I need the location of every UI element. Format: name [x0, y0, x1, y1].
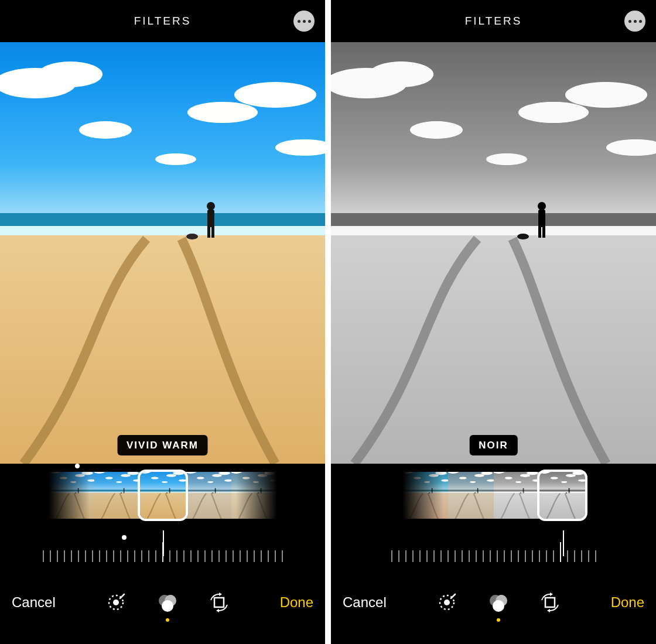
- crop-tool-button[interactable]: [207, 590, 231, 615]
- photo-editor-screen: FILTERS NOIR: [331, 0, 656, 644]
- editor-mode-title: FILTERS: [465, 15, 522, 28]
- photo-preview[interactable]: NOIR: [331, 42, 656, 464]
- done-button[interactable]: Done: [280, 594, 313, 611]
- filter-thumbnail[interactable]: [402, 472, 448, 519]
- more-options-button[interactable]: [624, 11, 645, 32]
- filter-thumbnail[interactable]: [186, 472, 231, 519]
- filter-thumbnail-selected[interactable]: [140, 472, 186, 519]
- filter-intensity-slider[interactable]: [0, 536, 325, 571]
- filter-thumbnail[interactable]: [494, 472, 539, 519]
- cancel-button[interactable]: Cancel: [343, 594, 387, 611]
- cancel-button[interactable]: Cancel: [12, 594, 56, 611]
- photo-preview[interactable]: VIVID WARM: [0, 42, 325, 464]
- crop-rotate-icon: [207, 591, 231, 614]
- filter-thumbnail[interactable]: [94, 472, 140, 519]
- crop-tool-button[interactable]: [538, 590, 562, 615]
- filter-thumbnail[interactable]: [448, 472, 494, 519]
- filters-icon: [487, 591, 510, 614]
- editor-bottom-bar: Cancel Done: [331, 571, 656, 644]
- more-options-button[interactable]: [293, 11, 315, 32]
- editor-topbar: FILTERS: [331, 0, 656, 42]
- editor-mode-title: FILTERS: [134, 15, 192, 28]
- ellipsis-icon: [628, 20, 631, 23]
- filter-thumbnail[interactable]: [231, 472, 277, 519]
- current-filter-label: NOIR: [469, 435, 518, 455]
- editor-bottom-bar: Cancel Done: [0, 571, 325, 644]
- adjust-icon: [104, 591, 128, 614]
- ellipsis-icon: [298, 20, 300, 23]
- filter-intensity-slider[interactable]: [331, 536, 656, 571]
- filters-tool-button[interactable]: [155, 590, 180, 615]
- filter-thumbnail-selected[interactable]: [539, 472, 585, 519]
- filter-thumbnail[interactable]: [49, 472, 94, 519]
- filter-thumbnail-strip[interactable]: [331, 464, 656, 536]
- done-button[interactable]: Done: [611, 594, 644, 611]
- adjust-tool-button[interactable]: [435, 590, 459, 615]
- current-filter-label: VIVID WARM: [117, 435, 208, 455]
- crop-rotate-icon: [538, 591, 562, 614]
- adjust-tool-button[interactable]: [104, 590, 128, 615]
- adjust-icon: [435, 591, 459, 614]
- filter-thumbnail-strip[interactable]: [0, 464, 325, 536]
- original-filter-marker: [75, 464, 80, 468]
- photo-editor-screen: FILTERS VIVID WARM: [0, 0, 325, 644]
- filters-icon: [156, 591, 179, 614]
- filters-tool-button[interactable]: [486, 590, 511, 615]
- editor-topbar: FILTERS: [0, 0, 325, 42]
